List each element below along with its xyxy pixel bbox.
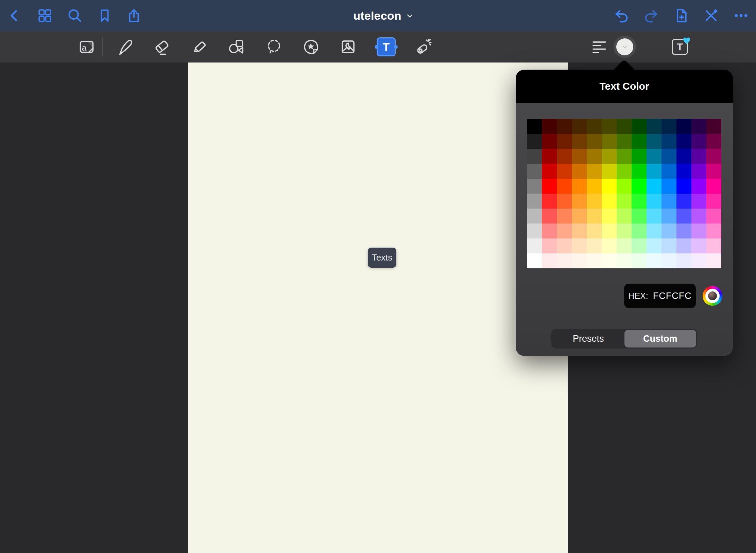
color-swatch[interactable]	[617, 194, 632, 209]
color-swatch[interactable]	[662, 194, 676, 209]
color-swatch[interactable]	[572, 179, 587, 194]
color-swatch[interactable]	[527, 179, 542, 194]
color-swatch[interactable]	[662, 149, 676, 164]
color-swatch[interactable]	[617, 253, 632, 268]
color-swatch[interactable]	[662, 179, 676, 194]
color-swatch[interactable]	[662, 253, 676, 268]
color-swatch[interactable]	[557, 134, 572, 149]
color-swatch[interactable]	[527, 164, 542, 179]
thumbnails-button[interactable]	[37, 8, 53, 23]
color-swatch[interactable]	[602, 134, 617, 149]
color-swatch[interactable]	[706, 194, 721, 209]
color-swatch[interactable]	[572, 119, 587, 134]
color-swatch[interactable]	[632, 119, 647, 134]
color-swatch[interactable]	[557, 194, 572, 209]
color-swatch[interactable]	[557, 149, 572, 164]
color-swatch[interactable]	[676, 194, 691, 209]
eraser-tool[interactable]	[153, 38, 171, 56]
color-swatch[interactable]	[557, 119, 572, 134]
color-swatch[interactable]	[706, 224, 721, 238]
color-swatch[interactable]	[542, 164, 557, 179]
canvas-text-object[interactable]: Texts	[368, 248, 396, 268]
color-swatch[interactable]	[527, 194, 542, 209]
color-swatch[interactable]	[632, 134, 647, 149]
color-swatch[interactable]	[542, 253, 557, 268]
color-swatch[interactable]	[647, 224, 662, 238]
add-page-button[interactable]	[673, 8, 689, 23]
color-swatch[interactable]	[602, 164, 617, 179]
tab-presets[interactable]: Presets	[552, 330, 624, 347]
color-swatch[interactable]	[587, 194, 602, 209]
more-options-button[interactable]	[733, 8, 749, 23]
color-swatch[interactable]	[542, 119, 557, 134]
color-swatch[interactable]	[572, 209, 587, 224]
color-swatch[interactable]	[632, 179, 647, 194]
color-swatch[interactable]	[617, 224, 632, 238]
color-swatch[interactable]	[662, 238, 676, 253]
color-swatch[interactable]	[617, 179, 632, 194]
color-swatch[interactable]	[691, 194, 706, 209]
color-swatch[interactable]	[706, 134, 721, 149]
color-swatch[interactable]	[617, 134, 632, 149]
color-swatch[interactable]	[572, 149, 587, 164]
color-swatch[interactable]	[706, 253, 721, 268]
text-tool[interactable]: T	[377, 37, 396, 56]
color-swatch[interactable]	[587, 164, 602, 179]
color-swatch[interactable]	[691, 119, 706, 134]
color-swatch[interactable]	[587, 134, 602, 149]
color-swatch[interactable]	[572, 238, 587, 253]
color-swatch[interactable]	[632, 238, 647, 253]
text-alignment-button[interactable]	[591, 39, 607, 55]
color-swatch[interactable]	[632, 164, 647, 179]
color-swatch[interactable]	[676, 134, 691, 149]
color-swatch[interactable]	[647, 179, 662, 194]
color-swatch[interactable]	[527, 134, 542, 149]
readonly-mode-button[interactable]	[703, 8, 719, 23]
color-swatch[interactable]	[617, 209, 632, 224]
highlighter-tool[interactable]	[190, 38, 208, 56]
color-swatch[interactable]	[587, 149, 602, 164]
color-swatch[interactable]	[706, 238, 721, 253]
color-swatch[interactable]	[602, 209, 617, 224]
shapes-tool[interactable]	[227, 38, 245, 56]
color-swatch[interactable]	[706, 164, 721, 179]
color-swatch[interactable]	[587, 224, 602, 238]
color-swatch[interactable]	[527, 209, 542, 224]
color-swatch[interactable]	[676, 253, 691, 268]
color-swatch[interactable]	[706, 209, 721, 224]
color-swatch[interactable]	[542, 209, 557, 224]
color-swatch[interactable]	[617, 149, 632, 164]
color-swatch[interactable]	[617, 119, 632, 134]
color-swatch[interactable]	[572, 224, 587, 238]
color-swatch[interactable]	[676, 179, 691, 194]
color-swatch[interactable]	[647, 164, 662, 179]
color-swatch[interactable]	[572, 134, 587, 149]
color-swatch[interactable]	[527, 149, 542, 164]
color-swatch[interactable]	[602, 194, 617, 209]
tab-custom[interactable]: Custom	[624, 330, 697, 347]
zoom-window-tool[interactable]: a	[78, 38, 96, 56]
color-swatch[interactable]	[617, 164, 632, 179]
color-swatch[interactable]	[587, 179, 602, 194]
color-swatch[interactable]	[647, 194, 662, 209]
color-swatch[interactable]	[542, 224, 557, 238]
color-swatch[interactable]	[572, 194, 587, 209]
color-swatch[interactable]	[527, 238, 542, 253]
color-swatch[interactable]	[602, 149, 617, 164]
color-swatch[interactable]	[662, 164, 676, 179]
color-swatch[interactable]	[676, 119, 691, 134]
color-swatch[interactable]	[691, 224, 706, 238]
color-swatch[interactable]	[557, 238, 572, 253]
color-swatch[interactable]	[676, 209, 691, 224]
color-swatch[interactable]	[542, 194, 557, 209]
color-swatch[interactable]	[706, 119, 721, 134]
color-swatch[interactable]	[527, 224, 542, 238]
color-swatch[interactable]	[632, 224, 647, 238]
undo-button[interactable]	[614, 8, 629, 23]
color-swatch[interactable]	[706, 149, 721, 164]
color-swatch[interactable]	[647, 209, 662, 224]
color-swatch[interactable]	[647, 119, 662, 134]
elements-tool[interactable]	[302, 38, 320, 56]
color-swatch[interactable]	[602, 179, 617, 194]
color-swatch[interactable]	[542, 149, 557, 164]
